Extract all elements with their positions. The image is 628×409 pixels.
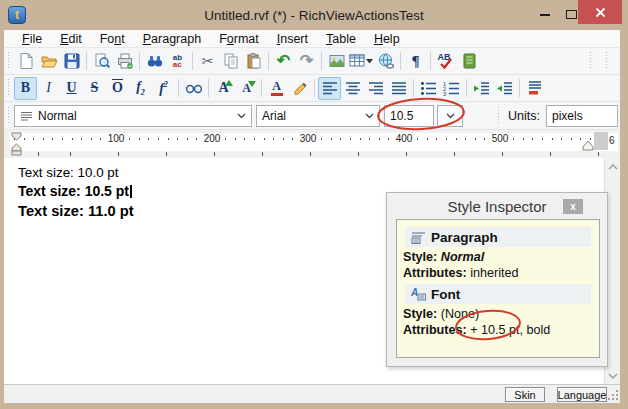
print-button[interactable] [113,50,136,73]
ruler-label: 200 [202,133,223,145]
highlight-button[interactable] [288,77,311,100]
paragraph-color-icon [527,80,543,96]
toolbar-grip[interactable] [605,52,608,70]
new-document-icon [17,52,35,70]
toolbar-separator [413,79,414,97]
close-button[interactable] [578,0,622,24]
insert-table-button[interactable] [348,50,374,73]
paste-button[interactable] [242,50,265,73]
ruler-label-partial: 6 [609,135,615,146]
menu-edit[interactable]: Edit [52,31,90,47]
toolbar-grip[interactable] [589,52,592,70]
paragraph-color-button[interactable] [523,77,546,100]
bullet-list-button[interactable] [417,77,440,100]
align-justify-icon [391,81,407,96]
combo-dropdown-button[interactable] [234,108,249,124]
ruler[interactable]: 100 200 300 400 500 6 [4,130,620,158]
toolbar-separator [261,79,262,97]
redo-icon: ↷ [300,53,313,69]
toolbar-grip[interactable] [7,52,10,70]
toolbar-formatting: B I U S O f2 f2 A A A [4,75,620,102]
text-style-button[interactable] [182,77,205,100]
find-button[interactable] [143,50,166,73]
undo-icon: ↶ [277,53,290,69]
paragraph-section-icon [411,231,426,244]
units-combo[interactable]: pixels [546,105,618,127]
scroll-up-button[interactable] [605,158,621,175]
style-inspector-close-button[interactable]: x [563,199,583,214]
toolbar-grip[interactable] [7,79,10,97]
print-preview-button[interactable] [90,50,113,73]
subscript-icon: f2 [136,80,145,97]
close-icon [595,7,606,18]
toolbar-separator [430,52,431,70]
decrease-indent-button[interactable] [470,77,493,100]
insert-picture-button[interactable] [325,50,348,73]
menu-font[interactable]: Font [92,31,133,47]
menu-help[interactable]: Help [366,31,408,47]
font-section-header: A Font [405,284,591,304]
chevron-down-icon [237,113,246,119]
undo-button[interactable]: ↶ [272,50,295,73]
menu-file[interactable]: File [14,31,50,47]
grow-font-button[interactable]: A [212,77,235,100]
toolbar-separator [519,79,520,97]
overline-icon: O [112,81,123,95]
skin-button[interactable]: Skin [505,387,545,402]
replace-button[interactable]: abac [166,50,189,73]
subscript-button[interactable]: f2 [129,77,152,100]
italic-button[interactable]: I [37,77,60,100]
align-left-button[interactable] [318,77,341,100]
save-button[interactable] [60,50,83,73]
superscript-button[interactable]: f2 [152,77,175,100]
font-combo[interactable]: Arial [256,105,380,127]
bold-button[interactable]: B [14,77,37,100]
hyperlink-button[interactable] [374,50,397,73]
copy-button[interactable] [219,50,242,73]
increase-indent-button[interactable] [493,77,516,100]
open-button[interactable] [37,50,60,73]
minimize-button[interactable] [532,0,558,24]
toolbar-grip[interactable] [7,107,10,125]
strikethrough-button[interactable]: S [83,77,106,100]
underline-button[interactable]: U [60,77,83,100]
bold-icon: B [21,81,30,95]
menu-table[interactable]: Table [318,31,364,47]
chevron-down-icon [608,373,618,379]
redo-button[interactable]: ↷ [295,50,318,73]
scroll-down-button[interactable] [605,367,621,384]
toolbar-standard: abac ✂ ↶ ↷ ¶ AB [4,48,620,75]
resize-grip[interactable] [606,388,620,402]
cut-button[interactable]: ✂ [196,50,219,73]
superscript-icon: f2 [159,81,168,96]
title-bar[interactable]: t Untitled.rvf (*) - RichViewActionsTest [0,0,628,30]
menu-paragraph[interactable]: Paragraph [135,31,209,47]
font-style-row: Style: (None) [403,306,597,322]
right-indent-marker[interactable] [582,132,608,152]
font-size-dropdown-button[interactable] [437,105,463,127]
align-right-button[interactable] [364,77,387,100]
insert-picture-icon [328,52,346,70]
toolbar-separator [178,79,179,97]
svg-text:A: A [411,287,418,298]
align-center-button[interactable] [341,77,364,100]
panel-button[interactable] [457,50,480,73]
spell-check-button[interactable]: AB [434,50,457,73]
paragraph-section-header: Paragraph [405,227,591,247]
chevron-up-icon [608,164,618,170]
font-size-input[interactable]: 10.5 [384,105,434,127]
style-combo[interactable]: Normal [14,105,252,127]
menu-insert[interactable]: Insert [269,31,316,47]
menu-format[interactable]: Format [211,31,267,47]
show-paragraph-marks-button[interactable]: ¶ [404,50,427,73]
align-justify-button[interactable] [387,77,410,100]
language-button[interactable]: Language [557,387,607,402]
new-document-button[interactable] [14,50,37,73]
combo-dropdown-button[interactable] [362,108,377,124]
toolbar-grip[interactable] [497,107,500,125]
left-indent-marker[interactable] [10,132,24,157]
shrink-font-button[interactable]: A [235,77,258,100]
font-color-button[interactable]: A [265,77,288,100]
overline-button[interactable]: O [106,77,129,100]
numbered-list-button[interactable]: 123 [440,77,463,100]
